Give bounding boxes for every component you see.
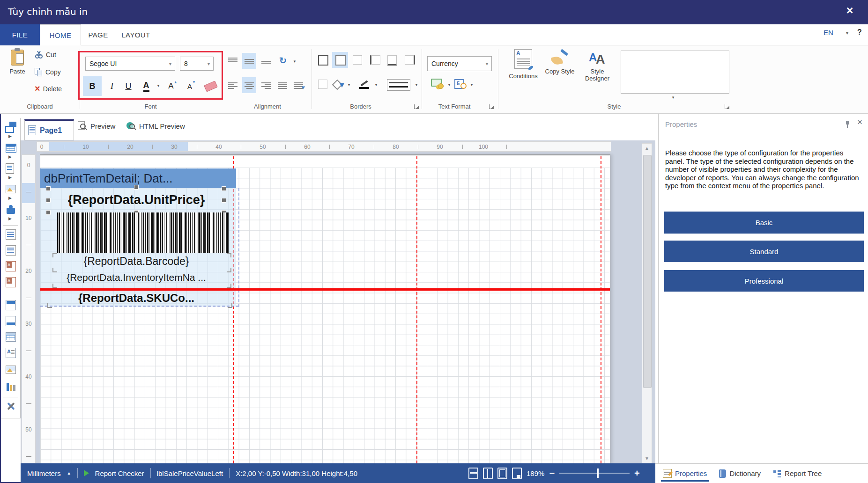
unit-price-text-element[interactable]: {ReportData.UnitPrice} [49, 189, 223, 211]
data-band-icon[interactable] [5, 261, 16, 272]
chevron-down-icon[interactable]: ▾ [413, 80, 420, 89]
chevron-down-icon[interactable]: ▾ [446, 80, 453, 89]
zoom-in-button[interactable]: + [634, 468, 640, 478]
fill-color-button[interactable] [332, 77, 345, 91]
tab-layout[interactable]: LAYOUT [115, 24, 156, 45]
style-dialog-launcher-icon[interactable] [725, 104, 729, 109]
tab-dictionary[interactable]: Dictionary [719, 464, 761, 483]
align-right-button[interactable] [259, 77, 273, 93]
cut-button[interactable]: Cut [35, 51, 56, 59]
expand-arrow-icon[interactable]: ▶ [8, 175, 12, 180]
zoom-out-button[interactable]: − [549, 468, 555, 478]
fit-whole-page-icon[interactable] [497, 468, 507, 479]
data-band-alt-icon[interactable] [5, 277, 16, 288]
tab-file[interactable]: FILE [0, 24, 40, 45]
bottom-border-button[interactable] [384, 52, 400, 68]
sku-text-element[interactable]: {ReportData.SKUCo... [49, 291, 223, 305]
word-wrap-button[interactable] [291, 77, 306, 93]
chevron-down-icon[interactable]: ▾ [846, 30, 848, 36]
chevron-down-icon[interactable]: ▾ [670, 94, 676, 101]
outer-border-button[interactable] [332, 52, 348, 68]
pin-icon[interactable] [845, 121, 850, 128]
grow-font-button[interactable]: A▲ [165, 76, 181, 96]
paste-button[interactable]: Paste [5, 50, 30, 87]
border-style-button[interactable] [315, 76, 331, 92]
expand-arrow-icon[interactable]: ▶ [8, 216, 12, 221]
delete-button[interactable]: × Delete [35, 85, 62, 93]
tab-properties[interactable]: Properties [663, 464, 707, 483]
footer-band-icon[interactable] [5, 315, 16, 327]
inventory-name-text-element[interactable]: {ReportData.InventoryItemNa ... [49, 271, 223, 285]
resize-handle[interactable] [46, 210, 51, 215]
zoom-slider-thumb[interactable] [597, 468, 599, 478]
tab-home[interactable]: HOME [40, 24, 81, 45]
resize-handle[interactable] [222, 198, 226, 203]
align-top-button[interactable] [226, 53, 240, 69]
italic-button[interactable]: I [105, 76, 119, 96]
barcode-element[interactable] [57, 212, 229, 253]
expand-arrow-icon[interactable]: ▶ [8, 134, 12, 139]
text-format-dialog-launcher-icon[interactable] [489, 104, 494, 109]
tab-page1[interactable]: Page1 [24, 119, 74, 140]
style-designer-button[interactable]: AA Style Designer [579, 49, 616, 94]
design-canvas[interactable]: 0 10 20 30 40 50 60 70 80 90 100 0 10 20… [21, 140, 655, 463]
panel-close-icon[interactable]: × [857, 117, 862, 127]
fit-page-height-icon[interactable] [483, 468, 493, 479]
tab-page[interactable]: PAGE [81, 24, 115, 45]
image-tool-icon[interactable] [5, 183, 16, 195]
expand-arrow-icon[interactable]: ▶ [8, 154, 12, 159]
chevron-down-icon[interactable]: ▾ [291, 57, 298, 66]
standard-config-button[interactable]: Standard [664, 241, 864, 262]
left-border-button[interactable] [367, 52, 383, 68]
text-tool-icon[interactable] [5, 347, 16, 359]
text-format-combo[interactable]: Currency▾ [427, 56, 492, 71]
bold-button[interactable]: B [83, 76, 102, 96]
text-rotation-button[interactable]: ↻ [276, 53, 290, 69]
no-border-button[interactable] [349, 52, 365, 68]
zoom-100-icon[interactable] [512, 468, 522, 479]
page-header-band-icon[interactable] [5, 245, 16, 256]
line-style-button[interactable] [386, 78, 411, 91]
bands-tool-icon[interactable] [5, 122, 16, 133]
professional-config-button[interactable]: Professional [664, 270, 864, 292]
fit-page-width-icon[interactable] [468, 468, 478, 479]
copy-button[interactable]: Copy [35, 68, 61, 76]
cross-bands-tool-icon[interactable] [5, 142, 16, 154]
right-border-button[interactable] [401, 52, 417, 68]
border-color-button[interactable] [358, 77, 371, 91]
chart-tool-icon[interactable] [5, 381, 16, 392]
chevron-down-icon[interactable]: ▾ [468, 80, 475, 89]
tab-html-preview[interactable]: HTML Preview [126, 121, 185, 131]
barcode-text-element[interactable]: {ReportData.Barcode} [49, 254, 223, 269]
font-color-button[interactable]: A [139, 76, 154, 96]
copy-style-button[interactable]: Copy Style [544, 49, 575, 94]
tab-report-tree[interactable]: Report Tree [773, 464, 822, 483]
table-tool-icon[interactable] [5, 331, 16, 343]
zoom-slider[interactable] [559, 473, 630, 474]
chevron-down-icon[interactable]: ▾ [373, 80, 379, 89]
basic-config-button[interactable]: Basic [664, 212, 864, 234]
font-family-combo[interactable]: Segoe UI▾ [85, 57, 175, 71]
align-center-button[interactable] [242, 77, 256, 93]
scrollbar-thumb[interactable] [643, 155, 652, 388]
resize-handle[interactable] [222, 186, 226, 191]
chevron-up-icon[interactable]: ▲ [67, 471, 71, 476]
expand-arrow-icon[interactable]: ▶ [8, 196, 12, 200]
scroll-up-icon[interactable]: ▲ [642, 146, 652, 151]
vertical-scrollbar[interactable]: ▲ ▼ [642, 143, 652, 463]
picture-tool-icon[interactable] [5, 364, 16, 375]
style-gallery[interactable] [621, 51, 729, 94]
align-left-button[interactable] [226, 77, 240, 93]
borders-dialog-launcher-icon[interactable] [414, 104, 419, 109]
units-selector[interactable]: Millimeters [27, 469, 61, 477]
language-selector[interactable]: EN [823, 29, 833, 37]
align-bottom-button[interactable] [259, 53, 273, 69]
scroll-down-icon[interactable]: ▼ [642, 456, 652, 461]
infographics-tool-icon[interactable] [5, 204, 16, 215]
resize-handle[interactable] [46, 198, 51, 203]
services-tool-icon[interactable] [5, 401, 16, 412]
report-title-band-icon[interactable] [5, 229, 16, 240]
clear-formatting-button[interactable] [202, 78, 219, 94]
all-borders-button[interactable] [315, 52, 331, 68]
close-icon[interactable]: × [841, 4, 858, 17]
